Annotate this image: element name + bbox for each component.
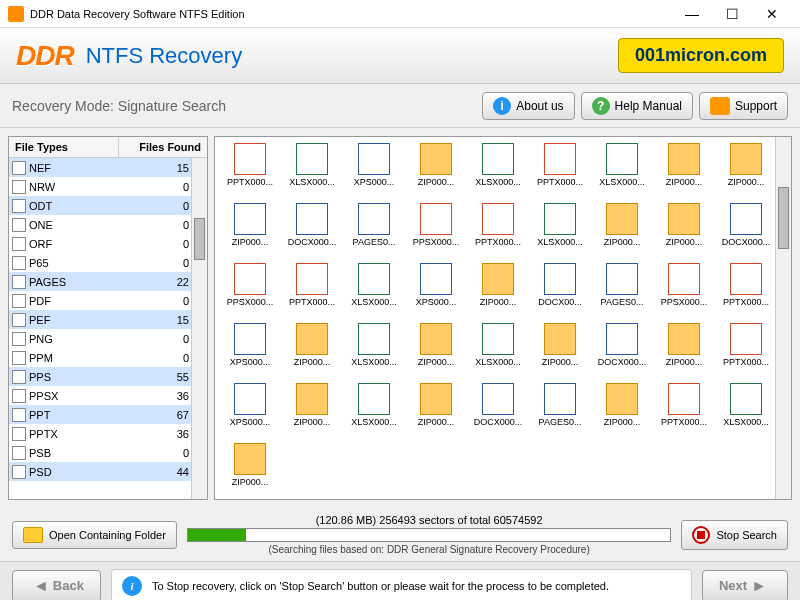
file-item[interactable]: ZIP000...: [529, 323, 591, 381]
file-item[interactable]: ZIP000...: [715, 143, 777, 201]
filetype-row[interactable]: PSD44: [9, 462, 207, 481]
filetype-row[interactable]: PSB0: [9, 443, 207, 462]
file-item[interactable]: XPS000...: [219, 383, 281, 441]
file-item[interactable]: XPS000...: [343, 143, 405, 201]
file-item[interactable]: DOCX000...: [467, 383, 529, 441]
file-item[interactable]: ZIP000...: [281, 323, 343, 381]
filetype-row[interactable]: PPS55: [9, 367, 207, 386]
file-item[interactable]: PAGES0...: [591, 263, 653, 321]
next-button[interactable]: Next►: [702, 570, 788, 601]
sidebar-body[interactable]: NEF15NRW0ODT0ONE0ORF0P650PAGES22PDF0PEF1…: [9, 158, 207, 499]
file-item[interactable]: ZIP000...: [219, 443, 281, 500]
file-item[interactable]: XLSX000...: [715, 383, 777, 441]
help-button[interactable]: ?Help Manual: [581, 92, 693, 120]
file-item[interactable]: DOCX000...: [281, 203, 343, 261]
filetype-row[interactable]: PDF0: [9, 291, 207, 310]
file-item[interactable]: ZIP000...: [653, 203, 715, 261]
file-item[interactable]: DOCX000...: [591, 323, 653, 381]
file-icon: [420, 383, 452, 415]
file-item[interactable]: ZIP000...: [591, 383, 653, 441]
file-item[interactable]: XLSX000...: [591, 143, 653, 201]
file-item[interactable]: PPSX000...: [653, 263, 715, 321]
file-item[interactable]: XPS000...: [219, 323, 281, 381]
file-list-pane: PPTX000...XLSX000...XPS000...ZIP000...XL…: [214, 136, 792, 500]
filetype-row[interactable]: PPSX36: [9, 386, 207, 405]
content-scrollbar[interactable]: [775, 137, 791, 499]
file-item[interactable]: DOCX00...: [529, 263, 591, 321]
file-icon: [606, 323, 638, 355]
file-item[interactable]: PPTX000...: [653, 383, 715, 441]
file-item[interactable]: DOCX000...: [715, 203, 777, 261]
stop-search-button[interactable]: Stop Search: [681, 520, 788, 550]
file-item[interactable]: XLSX000...: [281, 143, 343, 201]
file-item[interactable]: XLSX000...: [529, 203, 591, 261]
file-name: PAGES0...: [531, 417, 589, 427]
filetype-row[interactable]: PPTX36: [9, 424, 207, 443]
filetype-row[interactable]: ORF0: [9, 234, 207, 253]
file-name: XLSX000...: [469, 357, 527, 367]
file-item[interactable]: ZIP000...: [405, 323, 467, 381]
file-item[interactable]: PPTX000...: [219, 143, 281, 201]
file-item[interactable]: XLSX000...: [467, 323, 529, 381]
filetype-row[interactable]: ODT0: [9, 196, 207, 215]
file-item[interactable]: XPS000...: [405, 263, 467, 321]
file-item[interactable]: ZIP000...: [467, 263, 529, 321]
file-icon: [234, 323, 266, 355]
file-icon: [606, 143, 638, 175]
sidebar-scrollbar[interactable]: [191, 158, 207, 499]
file-name: ZIP000...: [655, 357, 713, 367]
about-button[interactable]: iAbout us: [482, 92, 574, 120]
file-item[interactable]: XLSX000...: [343, 323, 405, 381]
filetype-icon: [12, 465, 26, 479]
filetype-row[interactable]: PNG0: [9, 329, 207, 348]
file-item[interactable]: PAGES0...: [343, 203, 405, 261]
file-grid[interactable]: PPTX000...XLSX000...XPS000...ZIP000...XL…: [215, 137, 791, 500]
filetype-row[interactable]: PEF15: [9, 310, 207, 329]
file-item[interactable]: XLSX000...: [343, 383, 405, 441]
hint-bar: i To Stop recovery, click on 'Stop Searc…: [111, 569, 692, 601]
open-folder-button[interactable]: Open Containing Folder: [12, 521, 177, 549]
file-item[interactable]: PPTX000...: [467, 203, 529, 261]
file-name: DOCX000...: [593, 357, 651, 367]
support-button[interactable]: Support: [699, 92, 788, 120]
filetype-icon: [12, 408, 26, 422]
file-icon: [668, 383, 700, 415]
filetype-row[interactable]: PAGES22: [9, 272, 207, 291]
file-item[interactable]: ZIP000...: [405, 383, 467, 441]
file-name: ZIP000...: [655, 177, 713, 187]
file-item[interactable]: ZIP000...: [219, 203, 281, 261]
file-item[interactable]: ZIP000...: [591, 203, 653, 261]
back-button[interactable]: ◄Back: [12, 570, 101, 601]
filetype-name: PSB: [29, 447, 119, 459]
file-icon: [482, 263, 514, 295]
file-name: ZIP000...: [221, 237, 279, 247]
file-name: PPTX000...: [283, 297, 341, 307]
maximize-button[interactable]: ☐: [712, 0, 752, 28]
file-item[interactable]: PPTX000...: [715, 323, 777, 381]
hint-text: To Stop recovery, click on 'Stop Search'…: [152, 580, 609, 592]
filetype-row[interactable]: NRW0: [9, 177, 207, 196]
file-item[interactable]: ZIP000...: [653, 323, 715, 381]
filetype-row[interactable]: ONE0: [9, 215, 207, 234]
file-item[interactable]: PPSX000...: [219, 263, 281, 321]
file-name: ZIP000...: [407, 357, 465, 367]
file-item[interactable]: PPTX000...: [715, 263, 777, 321]
filetype-row[interactable]: PPT67: [9, 405, 207, 424]
file-item[interactable]: XLSX000...: [343, 263, 405, 321]
filetype-row[interactable]: NEF15: [9, 158, 207, 177]
file-item[interactable]: PPTX000...: [281, 263, 343, 321]
filetype-row[interactable]: P650: [9, 253, 207, 272]
filetype-name: PDF: [29, 295, 119, 307]
filetype-row[interactable]: PPM0: [9, 348, 207, 367]
minimize-button[interactable]: —: [672, 0, 712, 28]
close-button[interactable]: ✕: [752, 0, 792, 28]
file-item[interactable]: ZIP000...: [653, 143, 715, 201]
file-item[interactable]: XLSX000...: [467, 143, 529, 201]
file-name: DOCX00...: [531, 297, 589, 307]
file-item[interactable]: PPTX000...: [529, 143, 591, 201]
file-name: XLSX000...: [717, 417, 775, 427]
file-item[interactable]: ZIP000...: [281, 383, 343, 441]
file-item[interactable]: PPSX000...: [405, 203, 467, 261]
file-item[interactable]: PAGES0...: [529, 383, 591, 441]
file-item[interactable]: ZIP000...: [405, 143, 467, 201]
